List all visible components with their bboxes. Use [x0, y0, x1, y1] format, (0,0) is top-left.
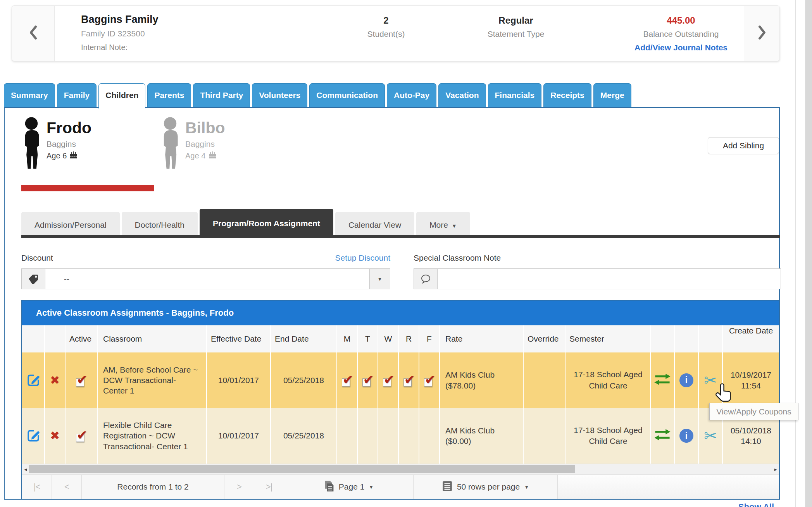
tab-parents[interactable]: Parents	[147, 83, 191, 107]
discount-value[interactable]: --	[45, 268, 369, 289]
table-horizontal-scrollbar: ◄ ►	[22, 464, 779, 474]
birthday-cake-icon	[208, 151, 217, 160]
show-all-link[interactable]: Show All	[738, 502, 774, 507]
child-avatar-bilbo[interactable]	[159, 116, 181, 172]
edit-assignment-icon[interactable]	[26, 428, 41, 443]
chevron-down-icon: ▼	[369, 484, 374, 490]
tuesday-checkbox[interactable]: ✔	[362, 374, 373, 387]
family-record-screen: Baggins Family Family ID 323500 Internal…	[0, 0, 812, 507]
discount-dropdown-button[interactable]: ▼	[369, 268, 390, 289]
col-active: Active	[66, 325, 98, 352]
previous-family-button[interactable]	[12, 6, 55, 61]
child-card-frodo[interactable]: Frodo Baggins Age 6	[47, 120, 91, 160]
subtab-more[interactable]: More▼	[416, 212, 470, 238]
subtab-admission-personal[interactable]: Admission/Personal	[21, 212, 120, 238]
monday-checkbox[interactable]: ✔	[342, 374, 353, 387]
child-card-bilbo[interactable]: Bilbo Baggins Age 4	[185, 120, 225, 160]
rows-per-page-dropdown[interactable]: 50 rows per page ▼	[414, 475, 558, 499]
active-checkbox[interactable]: ✔	[76, 374, 87, 387]
family-id: Family ID 323500	[81, 29, 159, 38]
col-end-date: End Date	[271, 325, 337, 352]
window-edge-line	[795, 0, 796, 507]
subtab-calendar-view[interactable]: Calendar View	[335, 212, 414, 238]
tab-receipts[interactable]: Receipts	[543, 83, 591, 107]
birthday-cake-icon	[69, 151, 78, 160]
active-checkbox[interactable]: ✔	[76, 429, 87, 442]
students-label: Student(s)	[330, 29, 442, 39]
current-page-label: Page 1	[339, 482, 365, 492]
students-count: 2	[330, 15, 442, 26]
next-family-button[interactable]	[744, 6, 779, 61]
balance-label: Balance Outstanding	[605, 29, 757, 39]
end-date-cell: 05/25/2018	[271, 352, 337, 408]
edit-assignment-icon[interactable]	[26, 373, 41, 388]
col-tuesday: T	[358, 325, 378, 352]
tab-vacation[interactable]: Vacation	[438, 83, 486, 107]
selected-child-indicator	[21, 185, 154, 191]
delete-assignment-icon[interactable]: ✖	[50, 375, 60, 386]
col-monday: M	[337, 325, 358, 352]
assignment-row-1: ✖ ✔ AM, Before School Care ~ DCW Transac…	[22, 352, 779, 408]
chevron-left-icon	[29, 25, 38, 41]
child-avatar-frodo[interactable]	[20, 116, 43, 172]
col-semester: Semester	[566, 325, 651, 352]
previous-page-button[interactable]: <	[64, 482, 69, 492]
setup-discount-link[interactable]: Setup Discount	[21, 253, 390, 263]
family-nav-card: Baggins Family Family ID 323500 Internal…	[12, 5, 780, 61]
info-icon[interactable]: i	[679, 429, 693, 443]
friday-checkbox[interactable]: ✔	[424, 374, 435, 387]
next-page-button[interactable]: >	[237, 482, 241, 492]
classroom-cell: AM, Before School Care ~ DCW Transaction…	[98, 352, 207, 408]
first-page-button[interactable]: |<	[34, 482, 40, 492]
scroll-left-arrow[interactable]: ◄	[22, 464, 29, 474]
coupons-scissors-icon[interactable]: ✂	[704, 428, 717, 443]
child-subtab-bar: Admission/Personal Doctor/Health Program…	[21, 209, 470, 238]
info-icon[interactable]: i	[679, 373, 693, 387]
assignment-row-2: ✖ ✔ Flexible Child Care Registration ~ D…	[22, 408, 779, 464]
page-select-dropdown[interactable]: Page 1 ▼	[284, 475, 414, 499]
child-silhouette-icon	[159, 165, 181, 172]
internal-note-label: Internal Note:	[81, 43, 128, 52]
transfer-room-icon[interactable]	[653, 429, 671, 443]
tab-merge[interactable]: Merge	[593, 83, 631, 107]
records-range-label: Records from 1 to 2	[82, 475, 224, 499]
balance-summary: 445.00 Balance Outstanding Add/View Jour…	[605, 15, 757, 52]
subtab-program-room-assignment[interactable]: Program/Room Assignment	[200, 209, 333, 238]
col-thursday: R	[399, 325, 419, 352]
discount-select[interactable]: -- ▼	[21, 268, 390, 289]
tab-auto-pay[interactable]: Auto-Pay	[387, 83, 436, 107]
effective-date-cell: 10/01/2017	[207, 352, 271, 408]
add-sibling-button[interactable]: Add Sibling	[708, 137, 779, 154]
child-age: Age 6	[47, 151, 67, 160]
semester-cell: 17-18 School Aged Child Care	[566, 408, 651, 464]
child-first-name: Bilbo	[185, 120, 225, 136]
browser-scrollbar[interactable]	[805, 0, 812, 507]
effective-date-cell: 10/01/2017	[207, 408, 271, 464]
subtab-doctor-health[interactable]: Doctor/Health	[122, 212, 198, 238]
tab-financials[interactable]: Financials	[488, 83, 542, 107]
chevron-down-icon: ▼	[452, 223, 457, 229]
col-classroom: Classroom	[98, 325, 207, 352]
mouse-cursor-hand	[715, 383, 733, 407]
delete-assignment-icon[interactable]: ✖	[50, 430, 60, 442]
tab-third-party[interactable]: Third Party	[193, 83, 250, 107]
assignments-table: Active Classroom Assignments - Baggins, …	[21, 300, 780, 500]
thursday-checkbox[interactable]: ✔	[403, 374, 414, 387]
coupons-scissors-icon[interactable]: ✂	[704, 373, 717, 388]
wednesday-checkbox[interactable]: ✔	[383, 374, 394, 387]
classroom-cell: Flexible Child Care Registration ~ DCW T…	[98, 408, 207, 464]
tab-family[interactable]: Family	[57, 83, 97, 107]
statement-type-label: Statement Type	[452, 29, 580, 39]
tab-children[interactable]: Children	[98, 83, 145, 108]
classroom-note-input[interactable]	[438, 268, 781, 289]
tab-summary[interactable]: Summary	[4, 83, 55, 107]
tab-volunteers[interactable]: Volunteers	[252, 83, 307, 107]
scroll-right-arrow[interactable]: ►	[772, 464, 779, 474]
child-last-name: Baggins	[185, 139, 225, 149]
transfer-room-icon[interactable]	[653, 373, 671, 387]
last-page-button[interactable]: >|	[266, 482, 272, 492]
tab-communication[interactable]: Communication	[309, 83, 385, 107]
journal-notes-link[interactable]: Add/View Journal Notes	[634, 43, 728, 52]
scrollbar-thumb[interactable]	[29, 465, 575, 473]
end-date-cell: 05/25/2018	[271, 408, 337, 464]
